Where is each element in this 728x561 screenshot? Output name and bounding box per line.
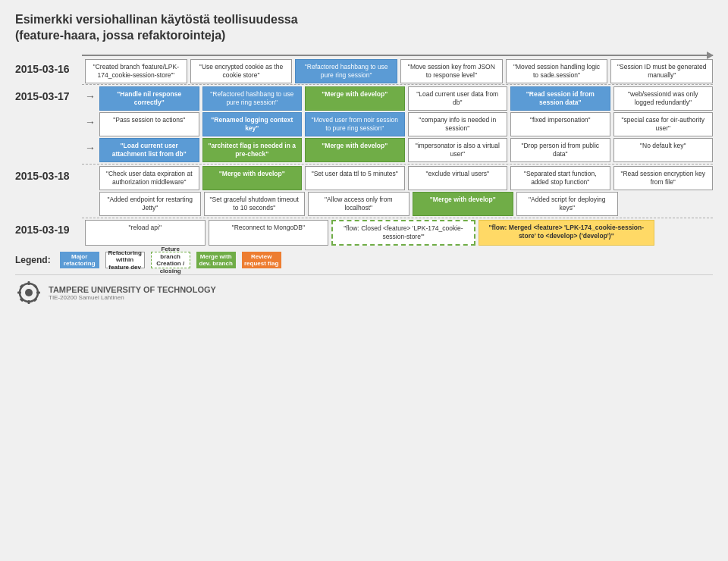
footer-course: TIE-20200 Samuel Lahtinen: [49, 294, 216, 301]
svg-rect-4: [17, 292, 21, 294]
page: Esimerkki versiohallinan käytöstä teolli…: [0, 0, 728, 314]
card-3a-6: "Read session encryption key from file": [613, 166, 714, 190]
card-2c-3: "Merge with develop": [305, 138, 405, 162]
card-4-2: "Reconnect to MongoDB": [209, 220, 329, 246]
card-2c-6: "No default key": [613, 138, 714, 162]
footer: TAMPERE UNIVERSITY OF TECHNOLOGY TIE-202…: [15, 274, 713, 306]
card-2b-4: "company info is needed in session": [408, 112, 508, 136]
sep-3: [15, 218, 713, 218]
card-2b-2: "Renamed logging context key": [202, 112, 303, 136]
card-3b-3: "Allow access only from localhost": [308, 192, 410, 216]
card-1-5: "Moved session handling logic to sade.se…: [506, 59, 608, 83]
svg-point-1: [25, 289, 33, 296]
card-4-4: "flow: Merged <feature> 'LPK-174_cookie-…: [479, 220, 654, 246]
card-3b-5: "Added script for deploying keys": [516, 192, 618, 216]
date-label-1: 2015-03-16: [15, 59, 82, 75]
cards-4: "reload api" "Reconnect to MongoDB" "flo…: [85, 220, 713, 246]
card-4-3: "flow: Closed <feature> 'LPK-174_cookie-…: [331, 220, 475, 246]
card-3a-5: "Separated start function, added stop fu…: [510, 166, 610, 190]
legend-review-flag: Review request flag: [242, 252, 281, 268]
sub-row-2a: → "Handle nil response correctly" "Refac…: [85, 86, 713, 111]
sep-2: [15, 164, 713, 165]
cards-3a: "Check user data expiration at authoriza…: [99, 166, 713, 190]
card-2a-5: "Read session id from session data": [510, 86, 610, 111]
page-title: Esimerkki versiohallinan käytöstä teolli…: [15, 12, 713, 44]
date-2-content: → "Handle nil response correctly" "Refac…: [85, 86, 713, 162]
svg-rect-5: [36, 292, 40, 294]
card-2c-1: "Load current user attachment list from …: [99, 138, 199, 162]
sub-row-3a: "Check user data expiration at authoriza…: [85, 166, 713, 190]
date-label-2: 2015-03-17: [15, 86, 82, 102]
legend-major-refactoring: Major refactoring: [60, 252, 99, 268]
card-2c-5: "Drop person id from public data": [510, 138, 610, 162]
card-3a-4: "exclude virtual users": [408, 166, 508, 190]
date-row-3: 2015-03-18 "Check user data expiration a…: [15, 166, 713, 216]
svg-rect-2: [28, 281, 30, 285]
footer-text-block: TAMPERE UNIVERSITY OF TECHNOLOGY TIE-202…: [49, 285, 216, 301]
date-row-4: 2015-03-19 "reload api" "Reconnect to Mo…: [15, 220, 713, 246]
spacer-4: [657, 220, 713, 246]
cards-2b: "Pass session to actions" "Renamed loggi…: [99, 112, 713, 136]
sub-row-2c: → "Load current user attachment list fro…: [85, 138, 713, 162]
card-4-1: "reload api": [85, 220, 206, 246]
sub-row-2b: → "Pass session to actions" "Renamed log…: [85, 112, 713, 136]
card-1-3: "Refactored hashbang to use pure ring se…: [295, 59, 397, 83]
sub-row-3b: "Added endpoint for restarting Jetty" "S…: [85, 192, 713, 216]
date-row-1: 2015-03-16 "Created branch 'feature/LPK-…: [15, 59, 713, 83]
card-2a-1: "Handle nil response correctly": [99, 86, 199, 111]
card-3a-2: "Merge with develop": [202, 166, 303, 190]
card-3b-2: "Set graceful shutdown timeout to 10 sec…: [204, 192, 306, 216]
card-3b-empty: [621, 192, 714, 216]
card-2b-5: "fixed impersonation": [510, 112, 610, 136]
card-2a-4: "Load current user data from db": [408, 86, 508, 111]
card-1-1: "Created branch 'feature/LPK-174_cookie-…: [85, 59, 187, 83]
card-3b-1: "Added endpoint for restarting Jetty": [99, 192, 201, 216]
card-2a-3: "Merge with develop": [305, 86, 405, 111]
sep-1: [15, 84, 713, 85]
legend-merge-dev: Merge with dev. branch: [196, 252, 236, 268]
date-label-3: 2015-03-18: [15, 166, 82, 182]
logo-svg: [15, 279, 42, 306]
date-row-2: 2015-03-17 → "Handle nil response correc…: [15, 86, 713, 162]
card-3b-4: "Merge with develop": [413, 192, 514, 216]
card-2b-1: "Pass session to actions": [99, 112, 199, 136]
legend-label: Legend:: [15, 255, 51, 265]
legend: Legend: Major refactoring Refactoring wi…: [15, 252, 713, 268]
card-2a-2: "Refactored hashbang to use pure ring se…: [202, 86, 303, 111]
card-1-2: "Use encrypted cookie as the cookie stor…: [190, 59, 293, 83]
cards-2c: "Load current user attachment list from …: [99, 138, 713, 162]
legend-refactoring-within: Refactoring within feature dev: [105, 252, 145, 268]
cards-2a: "Handle nil response correctly" "Refacto…: [99, 86, 713, 111]
card-2a-6: "web/sessionId was only logged redundant…: [613, 86, 714, 111]
card-1-6: "Session ID must be generated manually": [610, 59, 713, 83]
university-name: TAMPERE UNIVERSITY OF TECHNOLOGY: [49, 285, 216, 294]
legend-feature-branch: Feture branch Creation / closing: [151, 252, 190, 268]
card-2c-4: "impersonator is also a virtual user": [408, 138, 508, 162]
university-logo: [15, 279, 42, 306]
cards-row-1: "Created branch 'feature/LPK-174_cookie-…: [85, 59, 713, 83]
svg-rect-8: [20, 298, 24, 302]
card-1-4: "Move session key from JSON to response …: [400, 59, 503, 83]
card-3a-1: "Check user data expiration at authoriza…: [99, 166, 199, 190]
svg-rect-3: [28, 300, 30, 304]
card-2b-6: "special case for oir-authority user": [613, 112, 714, 136]
card-3a-3: "Set user data ttl to 5 minutes": [305, 166, 405, 190]
cards-3b: "Added endpoint for restarting Jetty" "S…: [99, 192, 713, 216]
date-3-content: "Check user data expiration at authoriza…: [85, 166, 713, 216]
card-2b-3: "Moved user from noir session to pure ri…: [305, 112, 405, 136]
date-label-4: 2015-03-19: [15, 220, 82, 236]
card-2c-2: "architect flag is needed in a pre-check…: [202, 138, 303, 162]
main-timeline-line: [82, 55, 713, 56]
